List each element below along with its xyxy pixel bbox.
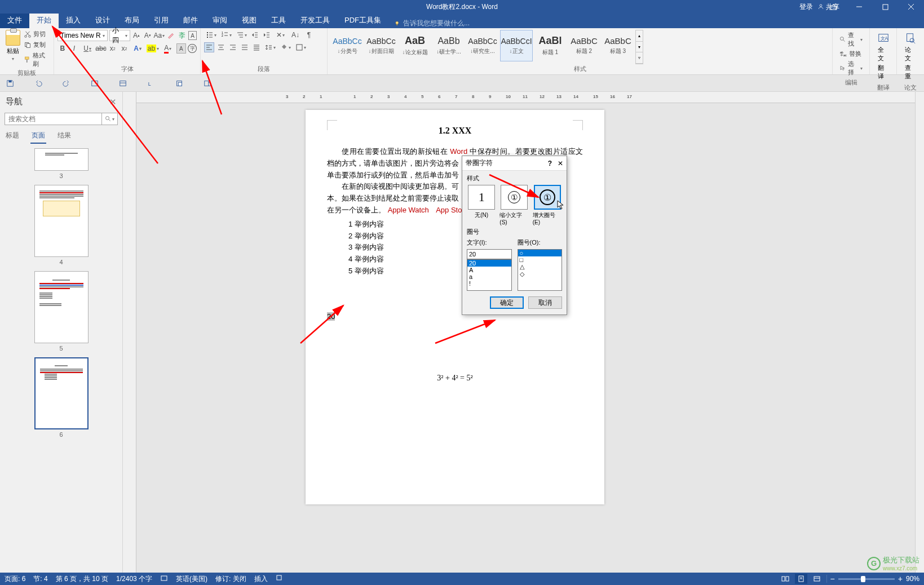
- view-web-icon[interactable]: [811, 574, 823, 584]
- align-center-icon[interactable]: [216, 42, 226, 52]
- qat-icon-5[interactable]: [117, 78, 129, 89]
- decrease-indent-icon[interactable]: [250, 30, 260, 40]
- highlight-button[interactable]: ab▾: [146, 43, 160, 54]
- char-shading-icon[interactable]: A: [176, 43, 187, 54]
- grow-font-icon[interactable]: A▴: [132, 30, 142, 41]
- change-case-icon[interactable]: Aa▾: [154, 30, 164, 41]
- font-family-combo[interactable]: Times New R▾: [58, 30, 108, 41]
- dialog-help-icon[interactable]: ?: [548, 159, 552, 167]
- nav-search[interactable]: ▾: [5, 113, 118, 125]
- tell-me-search[interactable]: 告诉我您想要做什么...: [394, 19, 470, 28]
- page-thumbnails[interactable]: 3 4 5 6: [0, 144, 122, 573]
- status-insert[interactable]: 插入: [254, 574, 268, 584]
- thumb-4[interactable]: [34, 185, 89, 257]
- style-opt-none[interactable]: 1无(N): [467, 185, 496, 225]
- login-link[interactable]: 登录: [799, 2, 813, 12]
- nav-tab-headings[interactable]: 标题: [5, 128, 20, 144]
- numbering-button[interactable]: 12▾: [219, 30, 233, 40]
- vertical-ruler[interactable]: [123, 92, 136, 573]
- strike-button[interactable]: abc: [96, 43, 106, 54]
- ribbon-options-icon[interactable]: [820, 0, 846, 14]
- zoom-value[interactable]: 90%: [906, 575, 919, 583]
- cut-button[interactable]: 剪切: [24, 30, 50, 38]
- search-icon[interactable]: ▾: [101, 113, 117, 125]
- minimize-button[interactable]: [846, 0, 872, 14]
- view-read-icon[interactable]: [779, 574, 792, 584]
- status-spellcheck-icon[interactable]: [160, 574, 168, 584]
- status-language[interactable]: 英语(美国): [176, 574, 207, 584]
- styles-scroll[interactable]: ▴▾▿: [635, 30, 643, 64]
- status-track[interactable]: 修订: 关闭: [215, 574, 246, 584]
- status-section[interactable]: 节: 4: [33, 574, 47, 584]
- text-effects-button[interactable]: A▾: [131, 43, 144, 54]
- zoom-out-icon[interactable]: −: [830, 574, 835, 583]
- bullets-button[interactable]: ▾: [204, 30, 218, 40]
- qat-icon-8[interactable]: [202, 78, 213, 89]
- font-color-button[interactable]: A▾: [161, 43, 175, 54]
- thumb-5[interactable]: [34, 271, 89, 343]
- maximize-button[interactable]: [872, 0, 898, 14]
- tab-insert[interactable]: 插入: [59, 12, 88, 28]
- format-painter-button[interactable]: 格式刷: [24, 51, 50, 68]
- char-border-icon[interactable]: A: [188, 31, 197, 40]
- borders-button[interactable]: ▾: [294, 42, 307, 52]
- show-marks-icon[interactable]: ¶: [304, 30, 314, 40]
- superscript-button[interactable]: x2: [120, 43, 130, 54]
- subscript-button[interactable]: x2: [108, 43, 118, 54]
- tab-file[interactable]: 文件: [0, 12, 29, 28]
- save-icon[interactable]: [5, 78, 16, 89]
- tab-developer[interactable]: 开发工具: [293, 12, 337, 28]
- zoom-in-icon[interactable]: +: [898, 574, 903, 583]
- translate-button[interactable]: 文A 全文翻译: [873, 30, 893, 83]
- search-input[interactable]: [5, 113, 101, 125]
- vertical-scrollbar[interactable]: [915, 92, 924, 573]
- status-pageof[interactable]: 第 6 页，共 10 页: [56, 574, 108, 584]
- horizontal-ruler[interactable]: 321 123 456 789 101112 131415 1617: [136, 92, 924, 103]
- increase-indent-icon[interactable]: [262, 30, 272, 40]
- status-macro-icon[interactable]: [276, 574, 282, 584]
- qat-icon-6[interactable]: L: [145, 78, 157, 89]
- align-justify-icon[interactable]: [240, 42, 250, 52]
- close-button[interactable]: [898, 0, 924, 14]
- nav-close-icon[interactable]: ✕: [109, 97, 117, 107]
- tab-tools[interactable]: 工具: [264, 12, 293, 28]
- align-left-icon[interactable]: [204, 42, 214, 52]
- enclose-char-button[interactable]: 字: [188, 44, 197, 53]
- dialog-close-icon[interactable]: ✕: [558, 159, 563, 167]
- italic-button[interactable]: I: [69, 43, 79, 54]
- phonetic-guide-icon[interactable]: 斈: [177, 30, 187, 41]
- find-button[interactable]: 查找▾: [839, 31, 863, 48]
- sort-button[interactable]: A↓: [289, 30, 302, 40]
- view-print-icon[interactable]: [795, 574, 807, 584]
- replace-button[interactable]: abac替换: [839, 50, 863, 58]
- clear-format-icon[interactable]: [166, 30, 175, 41]
- bold-button[interactable]: B: [58, 43, 68, 54]
- dialog-ok-button[interactable]: 确定: [490, 296, 524, 309]
- dialog-cancel-button[interactable]: 取消: [528, 296, 562, 309]
- tab-pdf[interactable]: PDF工具集: [337, 12, 388, 28]
- multilevel-button[interactable]: ▾: [235, 30, 248, 40]
- zoom-slider[interactable]: [838, 578, 895, 580]
- font-size-combo[interactable]: 小四▾: [109, 30, 130, 41]
- thumb-3[interactable]: [34, 148, 89, 171]
- select-button[interactable]: 选择▾: [839, 60, 863, 77]
- tab-home[interactable]: 开始: [29, 12, 59, 28]
- align-right-icon[interactable]: [228, 42, 238, 52]
- thumb-6[interactable]: [34, 357, 89, 429]
- nav-tab-pages[interactable]: 页面: [30, 128, 46, 144]
- tab-view[interactable]: 视图: [235, 12, 264, 28]
- shading-button[interactable]: ▾: [278, 42, 292, 52]
- shrink-font-icon[interactable]: A▾: [143, 30, 152, 41]
- redo-icon[interactable]: [61, 78, 72, 89]
- style-opt-shrink[interactable]: ①缩小文字(S): [499, 185, 529, 225]
- qat-icon-4[interactable]: [89, 78, 100, 89]
- qat-icon-7[interactable]: [174, 78, 185, 89]
- asian-layout-button[interactable]: ✕▾: [273, 30, 287, 40]
- status-page[interactable]: 页面: 6: [5, 574, 25, 584]
- status-words[interactable]: 1/2403 个字: [116, 574, 152, 584]
- align-distributed-icon[interactable]: [251, 42, 262, 52]
- styles-gallery[interactable]: AaBbCc↓分类号 AaBbCc↓封面日期 AaB↓论文标题 AaBb↓硕士学…: [331, 30, 643, 64]
- tab-review[interactable]: 审阅: [205, 12, 235, 28]
- line-spacing-button[interactable]: ▾: [263, 42, 277, 52]
- paste-button[interactable]: 粘贴 ▾: [3, 30, 23, 68]
